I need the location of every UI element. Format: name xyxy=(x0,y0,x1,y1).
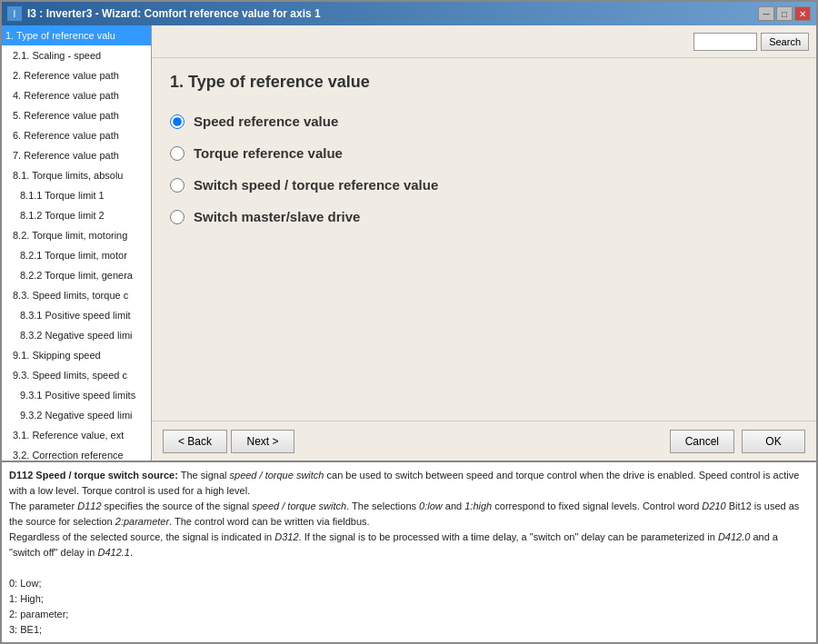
search-button[interactable]: Search xyxy=(761,33,809,51)
sidebar-item-6[interactable]: 7. Reference value path xyxy=(2,145,151,165)
title-bar-left: I I3 : Inverter3 - Wizard: Comfort refer… xyxy=(7,6,321,21)
minimize-button[interactable]: ─ xyxy=(758,6,774,21)
radio-label-opt1: Speed reference value xyxy=(194,114,338,129)
ok-button[interactable]: OK xyxy=(742,430,805,453)
sidebar-item-9.3[interactable]: 9.3. Speed limits, speed c xyxy=(2,365,151,385)
radio-option-opt2[interactable]: Torque reference value xyxy=(170,145,798,161)
main-content: 1. Type of reference valu2.1. Scaling - … xyxy=(2,25,816,461)
sidebar-item-8.2.2[interactable]: 8.2.2 Torque limit, genera xyxy=(2,265,151,285)
sidebar-item-3.2a[interactable]: 3.2. Correction reference xyxy=(2,445,151,461)
sidebar-item-9.1[interactable]: 9.1. Skipping speed xyxy=(2,345,151,365)
title-buttons: ─ □ ✕ xyxy=(758,6,811,21)
window-icon: I xyxy=(7,6,22,21)
info-title-bold: D112 Speed / torque switch source: xyxy=(9,470,178,481)
sidebar-item-8.3.2[interactable]: 8.3.2 Negative speed limi xyxy=(2,325,151,345)
info-scrollbar-area: D112 Speed / torque switch source: The s… xyxy=(2,462,816,642)
close-button[interactable]: ✕ xyxy=(794,6,811,21)
sidebar-item-8.2.1[interactable]: 8.2.1 Torque limit, motor xyxy=(2,245,151,265)
sidebar-item-2.2[interactable]: 2. Reference value path xyxy=(2,65,151,85)
sidebar-item-5[interactable]: 6. Reference value path xyxy=(2,125,151,145)
sidebar-item-8.1.1[interactable]: 8.1.1 Torque limit 1 xyxy=(2,185,151,205)
radio-input-opt4[interactable] xyxy=(170,210,185,224)
sidebar-item-9.3.2[interactable]: 9.3.2 Negative speed limi xyxy=(2,405,151,425)
right-panel: Search 1. Type of reference value Speed … xyxy=(152,25,816,461)
title-bar: I I3 : Inverter3 - Wizard: Comfort refer… xyxy=(2,2,816,25)
nav-buttons: < Back Next > Cancel OK xyxy=(152,421,816,461)
radio-label-opt2: Torque reference value xyxy=(194,145,343,161)
main-window: I I3 : Inverter3 - Wizard: Comfort refer… xyxy=(0,0,818,644)
radio-input-opt1[interactable] xyxy=(170,114,185,129)
sidebar-item-1[interactable]: 1. Type of reference valu xyxy=(2,25,151,45)
back-button[interactable]: < Back xyxy=(163,430,227,453)
sidebar-item-8.2[interactable]: 8.2. Torque limit, motoring xyxy=(2,225,151,245)
sidebar-item-7[interactable]: 8.1. Torque limits, absolu xyxy=(2,165,151,185)
form-area: 1. Type of reference value Speed referen… xyxy=(152,58,816,421)
radio-option-opt3[interactable]: Switch speed / torque reference value xyxy=(170,177,798,193)
radio-input-opt2[interactable] xyxy=(170,146,185,161)
search-input[interactable] xyxy=(693,33,757,51)
sidebar-tree: 1. Type of reference valu2.1. Scaling - … xyxy=(2,25,152,461)
radio-option-opt4[interactable]: Switch master/slave drive xyxy=(170,209,798,224)
next-button[interactable]: Next > xyxy=(231,430,294,453)
sidebar-item-9.3.1[interactable]: 9.3.1 Positive speed limits xyxy=(2,385,151,405)
info-body-text: The signal speed / torque switch can be … xyxy=(9,470,799,642)
radio-label-opt3: Switch speed / torque reference value xyxy=(194,177,438,193)
window-icon-label: I xyxy=(14,9,16,19)
info-text: D112 Speed / torque switch source: The s… xyxy=(2,462,816,642)
radio-input-opt3[interactable] xyxy=(170,178,185,193)
sidebar-item-2.1[interactable]: 2.1. Scaling - speed xyxy=(2,45,151,65)
panel-header: Search xyxy=(152,25,816,58)
window-title: I3 : Inverter3 - Wizard: Comfort referen… xyxy=(27,7,321,20)
radio-group: Speed reference valueTorque reference va… xyxy=(170,114,798,224)
radio-option-opt1[interactable]: Speed reference value xyxy=(170,114,798,129)
info-panel: D112 Speed / torque switch source: The s… xyxy=(2,461,816,642)
sidebar-item-4[interactable]: 5. Reference value path xyxy=(2,105,151,125)
radio-label-opt4: Switch master/slave drive xyxy=(194,209,360,224)
sidebar-item-3[interactable]: 4. Reference value path xyxy=(2,85,151,105)
form-title: 1. Type of reference value xyxy=(170,73,798,92)
sidebar-item-3.1[interactable]: 3.1. Reference value, ext xyxy=(2,425,151,445)
maximize-button[interactable]: □ xyxy=(776,6,793,21)
sidebar-item-8.3.1[interactable]: 8.3.1 Positive speed limit xyxy=(2,305,151,325)
sidebar-item-8.3[interactable]: 8.3. Speed limits, torque c xyxy=(2,285,151,305)
cancel-button[interactable]: Cancel xyxy=(670,430,734,453)
sidebar-item-8.1.2[interactable]: 8.1.2 Torque limit 2 xyxy=(2,205,151,225)
